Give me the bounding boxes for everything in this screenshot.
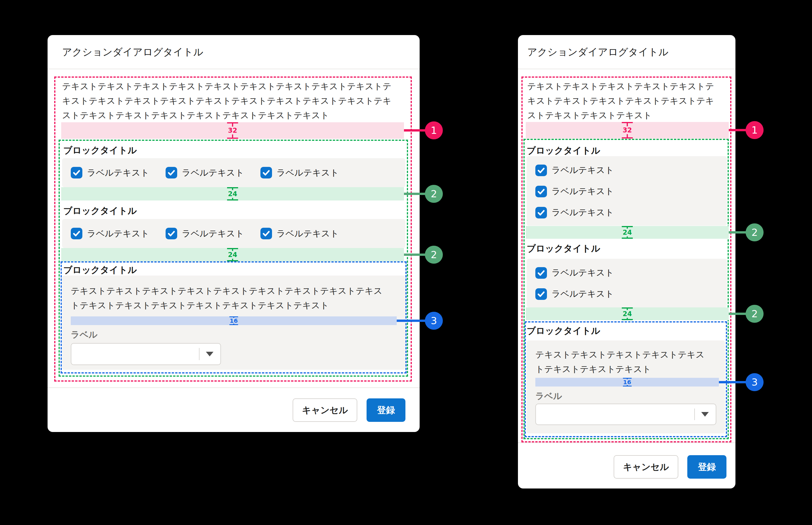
checkbox-checked-icon[interactable] (535, 288, 547, 300)
block-text: テキストテキストテキストテキストテキス トテキストテキストテキスト (535, 347, 705, 376)
annotation-connector (404, 254, 425, 256)
checkbox[interactable]: ラベルテキスト (535, 267, 727, 279)
field-label: ラベル (535, 390, 562, 402)
checkbox-group: ラベルテキスト ラベルテキスト ラベルテキスト (62, 158, 405, 187)
block-title: ブロックタイトル (527, 242, 600, 255)
select-divider (199, 348, 200, 360)
checkbox[interactable]: ラベルテキスト (165, 167, 244, 179)
submit-button[interactable]: 登録 (687, 455, 726, 479)
header-divider (47, 69, 420, 69)
block-text-line: トテキストテキストテキストテキストテキストテキストテキスト (71, 298, 382, 313)
checkbox-group: ラベルテキスト ラベルテキスト ラベルテキスト (527, 156, 727, 226)
block-title: ブロックタイトル (527, 145, 600, 157)
block-title: ブロックタイトル (63, 264, 137, 276)
body-text-line: ストテキストテキストテキストテキストテキストテキストテキスト (62, 108, 392, 123)
checkbox[interactable]: ラベルテキスト (260, 167, 339, 179)
select-input[interactable] (535, 404, 716, 425)
checkbox[interactable]: ラベルテキスト (71, 167, 149, 179)
caret-down-icon (701, 412, 709, 417)
spacing-highlight-24: 24 (61, 187, 404, 200)
checkbox-checked-icon[interactable] (165, 167, 177, 179)
annotation-badge-1: 1 (425, 121, 443, 139)
checkbox-label: ラベルテキスト (552, 288, 614, 300)
block-title: ブロックタイトル (527, 325, 600, 337)
spacing-ruler-16: 16 (623, 378, 632, 387)
spacing-ruler-24: 24 (227, 248, 238, 261)
checkbox[interactable]: ラベルテキスト (535, 164, 727, 176)
annotation-connector (729, 231, 746, 234)
caret-down-icon (206, 352, 214, 356)
checkbox-checked-icon[interactable] (535, 267, 547, 279)
dialog-title: アクションダイアログタイトル (527, 35, 668, 69)
dialog-body-text: テキストテキストテキストテキストテキストテキストテキストテキストテキストテ キス… (62, 79, 392, 123)
form-block: テキストテキストテキストテキストテキストテキストテキストテキストテキス トテキス… (62, 275, 405, 370)
checkbox[interactable]: ラベルテキスト (260, 228, 339, 240)
spacing-ruler-24: 24 (227, 187, 238, 200)
footer-divider (47, 387, 420, 388)
annotation-connector (397, 319, 425, 322)
annotation-badge-1: 1 (745, 121, 764, 139)
body-text-line: キストテキストテキストテキストテキストテキ (527, 94, 714, 108)
header-divider (518, 69, 736, 69)
annotation-badge-3: 3 (425, 312, 443, 330)
annotation-connector (404, 193, 425, 195)
checkbox-label: ラベルテキスト (552, 207, 614, 219)
checkbox-checked-icon[interactable] (71, 228, 82, 239)
checkbox-checked-icon[interactable] (260, 167, 272, 179)
block-text-line: テキストテキストテキストテキストテキストテキストテキストテキストテキス (71, 284, 382, 298)
annotation-connector (729, 313, 746, 315)
checkbox-label: ラベルテキスト (277, 228, 339, 240)
annotation-connector (729, 129, 746, 131)
checkbox-label: ラベルテキスト (552, 185, 614, 197)
cancel-button[interactable]: キャンセル (293, 399, 357, 422)
checkbox-group: ラベルテキスト ラベルテキスト ラベルテキスト (62, 219, 405, 248)
checkbox[interactable]: ラベルテキスト (71, 228, 149, 240)
body-text-line: キストテキストテキストテキストテキストテキストテキストテキストテキストテキ (62, 94, 392, 108)
dialog-body-text: テキストテキストテキストテキストテキストテ キストテキストテキストテキストテキス… (527, 79, 714, 123)
spacing-highlight-24: 24 (61, 248, 404, 261)
annotation-badge-2: 2 (745, 305, 764, 323)
dialog-desktop: アクションダイアログタイトル テキストテキストテキストテキストテキストテキストテ… (47, 35, 420, 432)
dialog-mobile: アクションダイアログタイトル テキストテキストテキストテキストテキストテ キスト… (518, 35, 736, 489)
dialog-title: アクションダイアログタイトル (62, 35, 203, 69)
select-input[interactable] (71, 343, 221, 365)
spacing-highlight-32: 32 (61, 122, 404, 139)
canvas: { "annotations": { "badge1": "1", "badge… (0, 0, 812, 525)
checkbox-label: ラベルテキスト (277, 167, 339, 179)
footer-divider (518, 442, 736, 443)
checkbox-label: ラベルテキスト (182, 167, 244, 179)
annotation-badge-2: 2 (745, 223, 764, 241)
spacing-highlight-32: 32 (526, 122, 729, 138)
annotation-connector (719, 381, 746, 383)
body-text-line: ストテキストテキストテキスト (527, 108, 714, 123)
spacing-ruler-24: 24 (622, 226, 633, 239)
checkbox[interactable]: ラベルテキスト (535, 288, 727, 300)
checkbox-label: ラベルテキスト (552, 267, 614, 279)
select-divider (694, 408, 695, 420)
spacing-highlight-24: 24 (526, 226, 729, 239)
checkbox[interactable]: ラベルテキスト (165, 228, 244, 240)
checkbox[interactable]: ラベルテキスト (535, 207, 727, 219)
spacing-ruler-16: 16 (229, 316, 238, 325)
checkbox-checked-icon[interactable] (535, 186, 547, 197)
block-title: ブロックタイトル (63, 205, 137, 217)
checkbox-checked-icon[interactable] (165, 228, 177, 239)
spacing-ruler-32: 32 (622, 122, 633, 138)
annotation-connector (404, 129, 425, 132)
spacing-ruler-32: 32 (227, 122, 238, 139)
block-title: ブロックタイトル (63, 144, 137, 156)
checkbox-label: ラベルテキスト (552, 164, 614, 176)
checkbox-label: ラベルテキスト (87, 228, 149, 240)
spacing-ruler-24: 24 (622, 308, 633, 320)
form-block: テキストテキストテキストテキストテキス トテキストテキストテキスト 16 ラベル (527, 341, 725, 433)
annotation-badge-2: 2 (425, 246, 443, 264)
spacing-highlight-16: 16 (535, 378, 719, 387)
field-label: ラベル (71, 329, 98, 341)
checkbox-checked-icon[interactable] (535, 207, 547, 219)
checkbox[interactable]: ラベルテキスト (535, 185, 727, 197)
checkbox-checked-icon[interactable] (260, 228, 272, 239)
cancel-button[interactable]: キャンセル (614, 455, 678, 479)
checkbox-checked-icon[interactable] (535, 165, 547, 176)
submit-button[interactable]: 登録 (366, 399, 405, 422)
checkbox-checked-icon[interactable] (71, 167, 82, 179)
